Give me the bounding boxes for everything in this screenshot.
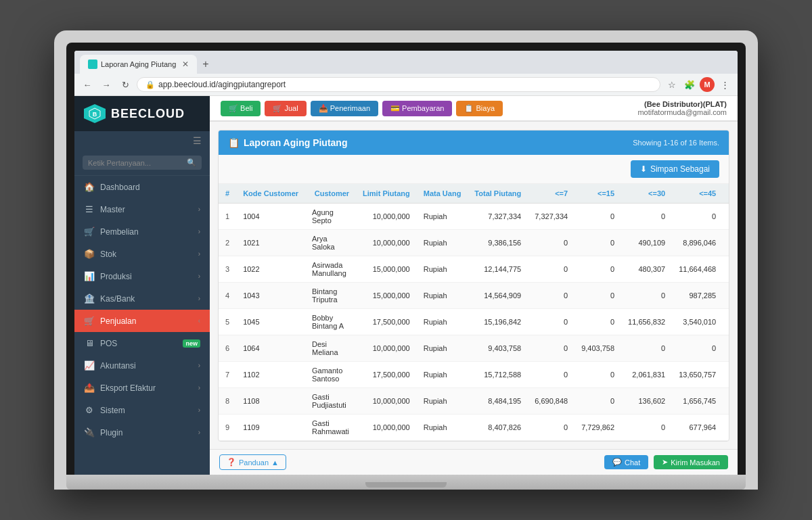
- cell-total: 14,564,909: [468, 283, 528, 309]
- cell-limit: 17,500,000: [356, 309, 417, 335]
- cell-le45: 1,656,745: [672, 388, 723, 415]
- cell-le30: 0: [621, 204, 672, 230]
- cell-total: 12,144,775: [468, 256, 528, 283]
- sidebar-search: 🔍: [74, 150, 210, 176]
- sidebar-item-sistem[interactable]: ⚙ Sistem ›: [74, 399, 210, 421]
- cell-le7: 0: [528, 256, 574, 283]
- sidebar-item-label: Kas/Bank: [100, 294, 193, 304]
- hamburger-icon[interactable]: ☰: [193, 135, 202, 146]
- report-toolbar: ⬇ Simpan Sebagai: [219, 155, 729, 184]
- cell-le30: 0: [621, 415, 672, 441]
- panduan-label: Panduan: [239, 458, 269, 467]
- menu-icon[interactable]: ⋮: [717, 77, 732, 92]
- svg-text:B: B: [93, 111, 97, 118]
- search-input[interactable]: [88, 159, 183, 167]
- sidebar-item-master[interactable]: ☰ Master ›: [74, 198, 210, 220]
- cell-total: 7,327,334: [468, 204, 528, 230]
- address-bar[interactable]: 🔒 app.beecloud.id/agingpiutangreport: [137, 77, 660, 92]
- bookmark-icon[interactable]: ☆: [664, 77, 679, 92]
- pembayaran-button[interactable]: 💳 Pembayaran: [382, 101, 452, 116]
- kirim-label: Kirim Masukan: [671, 458, 720, 467]
- cell-mata-uang: Rupiah: [417, 362, 468, 388]
- chat-button[interactable]: 💬 Chat: [604, 455, 648, 469]
- sidebar-item-pos[interactable]: 🖥 POS new: [74, 332, 210, 354]
- top-nav-buttons: 🛒 Beli 🛒 Jual 📥 Penerimaan 💳 Pembayaran …: [221, 101, 503, 116]
- report-icon: 📋: [228, 137, 240, 148]
- cell-customer: Bintang Triputra: [305, 283, 356, 309]
- kirim-button[interactable]: ➤ Kirim Masukan: [654, 455, 728, 469]
- cell-gt45: 0: [723, 256, 729, 283]
- new-tab-button[interactable]: +: [197, 55, 214, 74]
- screen-bezel: Laporan Aging Piutang ✕ + ← → ↻ 🔒 app.be…: [66, 43, 746, 475]
- back-button[interactable]: ←: [80, 77, 95, 92]
- sidebar-item-kasbank[interactable]: 🏦 Kas/Bank ›: [74, 287, 210, 310]
- table-row: 9 1109 Gasti Rahmawati 10,000,000 Rupiah…: [219, 415, 729, 441]
- cell-le45: 677,964: [672, 415, 723, 441]
- sidebar-item-produksi[interactable]: 📊 Produksi ›: [74, 265, 210, 287]
- col-customer: Customer: [305, 184, 356, 204]
- col-le15: <=15: [574, 184, 621, 204]
- akuntansi-icon: 📈: [84, 360, 95, 371]
- col-total: Total Piutang: [468, 184, 528, 204]
- top-nav-user: (Bee Distributor)(PLAT) motifatormuda@gm…: [637, 100, 727, 116]
- extensions-icon[interactable]: 🧩: [682, 77, 697, 92]
- cell-customer: Arya Saloka: [305, 230, 356, 256]
- cell-gt45: 0: [723, 335, 729, 362]
- report-panel: 📋 Laporan Aging Piutang Showing 1-16 of …: [218, 130, 729, 442]
- cell-le45: 3,540,010: [672, 309, 723, 335]
- cell-customer: Agung Septo: [305, 204, 356, 230]
- beli-button[interactable]: 🛒 Beli: [221, 101, 261, 116]
- plugin-icon: 🔌: [84, 427, 95, 438]
- browser-tab-active[interactable]: Laporan Aging Piutang ✕: [80, 55, 197, 74]
- sidebar-item-eksport[interactable]: 📤 Eksport Efaktur ›: [74, 377, 210, 399]
- cell-le7: 0: [528, 309, 574, 335]
- penerimaan-button[interactable]: 📥 Penerimaan: [311, 101, 378, 116]
- sidebar-item-label: Stok: [100, 250, 193, 259]
- chevron-right-icon: ›: [198, 295, 200, 302]
- cell-kode: 1108: [236, 388, 305, 415]
- url-text: app.beecloud.id/agingpiutangreport: [158, 80, 286, 89]
- sidebar-item-akuntansi[interactable]: 📈 Akuntansi ›: [74, 354, 210, 377]
- sidebar-item-penjualan[interactable]: 🛒 Penjualan ‹: [74, 310, 210, 332]
- cell-no: 8: [219, 388, 236, 415]
- report-title: 📋 Laporan Aging Piutang: [228, 137, 347, 148]
- simpan-button[interactable]: ⬇ Simpan Sebagai: [631, 160, 719, 178]
- table-row: 4 1043 Bintang Triputra 15,000,000 Rupia…: [219, 283, 729, 309]
- dashboard-icon: 🏠: [84, 182, 95, 192]
- tab-close-button[interactable]: ✕: [182, 60, 189, 69]
- chevron-down-icon: ▲: [271, 458, 279, 467]
- sidebar-item-dashboard[interactable]: 🏠 Dashboard: [74, 176, 210, 198]
- cell-le15: 0: [574, 388, 621, 415]
- sidebar-item-stok[interactable]: 📦 Stok ›: [74, 243, 210, 265]
- cell-mata-uang: Rupiah: [417, 256, 468, 283]
- biaya-button[interactable]: 📋 Biaya: [456, 101, 503, 116]
- screen: Laporan Aging Piutang ✕ + ← → ↻ 🔒 app.be…: [74, 51, 738, 475]
- table-row: 1 1004 Agung Septo 10,000,000 Rupiah 7,3…: [219, 204, 729, 230]
- sidebar-item-pembelian[interactable]: 🛒 Pembelian ›: [74, 220, 210, 243]
- profile-avatar[interactable]: M: [700, 77, 715, 92]
- pos-icon: 🖥: [84, 338, 95, 348]
- table-row: 7 1102 Gamanto Santoso 17,500,000 Rupiah…: [219, 362, 729, 388]
- cell-le15: 0: [574, 309, 621, 335]
- laptop-base: [66, 475, 746, 490]
- sidebar-item-plugin[interactable]: 🔌 Plugin ›: [74, 421, 210, 444]
- user-email: motifatormuda@gmail.com: [637, 108, 727, 116]
- jual-button[interactable]: 🛒 Jual: [265, 101, 306, 116]
- sidebar: B BEECLOUD ☰ 🔍: [74, 96, 210, 475]
- sidebar-item-label: Akuntansi: [100, 361, 193, 371]
- cell-total: 15,712,588: [468, 362, 528, 388]
- cell-total: 9,386,156: [468, 230, 528, 256]
- cell-customer: Desi Meliana: [305, 335, 356, 362]
- tab-favicon: [88, 60, 97, 69]
- cell-le30: 2,061,831: [621, 362, 672, 388]
- panduan-button[interactable]: ❓ Panduan ▲: [219, 454, 286, 470]
- cell-mata-uang: Rupiah: [417, 388, 468, 415]
- sidebar-item-label: Pembelian: [100, 227, 193, 237]
- browser-toolbar: ← → ↻ 🔒 app.beecloud.id/agingpiutangrepo…: [74, 74, 738, 95]
- cell-limit: 10,000,000: [356, 388, 417, 415]
- cell-le30: 136,602: [621, 388, 672, 415]
- col-le30: <=30: [621, 184, 672, 204]
- forward-button[interactable]: →: [99, 77, 114, 92]
- reload-button[interactable]: ↻: [118, 77, 133, 92]
- profile-icon: M: [700, 77, 715, 92]
